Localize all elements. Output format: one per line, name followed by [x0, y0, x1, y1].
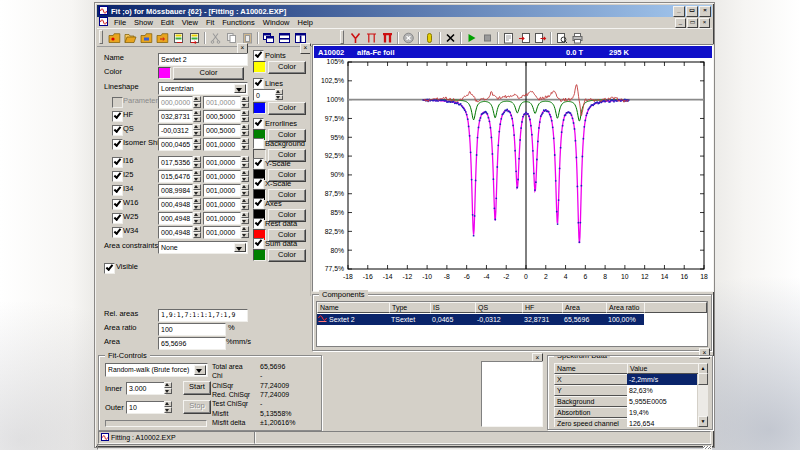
- aux-list-panel[interactable]: [481, 361, 543, 427]
- parameter-value-input[interactable]: 000,0000: [158, 96, 193, 109]
- w34-checkbox[interactable]: [112, 227, 123, 238]
- document-icon[interactable]: [99, 17, 108, 28]
- inner-input[interactable]: 3.000: [126, 382, 166, 395]
- child-restore-button[interactable]: ▭: [687, 18, 698, 28]
- chevron-down-icon[interactable]: [234, 84, 246, 93]
- hf-value-input[interactable]: 032,8731: [158, 110, 193, 123]
- lines-checkbox[interactable]: [253, 78, 264, 89]
- restore-button[interactable]: ▭: [686, 6, 698, 17]
- area-input[interactable]: 65,5696: [158, 337, 226, 350]
- table-row[interactable]: Sextet 2 TSextet 0,0465 -0,0312 32,8731 …: [317, 314, 644, 325]
- toolbar-grip[interactable]: [99, 30, 103, 44]
- spinner[interactable]: [241, 198, 249, 210]
- spectrum-plot[interactable]: 105%102,5%100%97,5%95%92,5%90%87,5%85%82…: [314, 58, 712, 289]
- export-table-icon[interactable]: [186, 32, 202, 47]
- stop-button[interactable]: Stop: [183, 400, 211, 414]
- spektrum-row[interactable]: X-2,2mm/s: [554, 374, 697, 385]
- spinner[interactable]: [193, 96, 201, 108]
- spinner[interactable]: [164, 401, 172, 413]
- w25-value-input[interactable]: 000,4948: [158, 212, 193, 225]
- spinner[interactable]: [193, 170, 201, 182]
- rest-data-checkbox[interactable]: [253, 218, 264, 229]
- column-header-area[interactable]: Area: [562, 302, 610, 313]
- spinner[interactable]: [164, 382, 172, 394]
- rel-areas-input[interactable]: 1,9:1,7:1:1:1,7:1,9: [158, 309, 248, 322]
- isomer-shift-checkbox[interactable]: [112, 139, 123, 150]
- i16-checkbox[interactable]: [112, 157, 123, 168]
- spinner[interactable]: [241, 110, 249, 122]
- toolbar-grip[interactable]: [340, 30, 344, 44]
- i34-value-input[interactable]: 008,9984: [158, 184, 193, 197]
- qs-checkbox[interactable]: [112, 125, 123, 136]
- i25-error-input[interactable]: 001,0000: [203, 170, 241, 183]
- area-constraints-select[interactable]: None: [158, 241, 248, 254]
- save-folder-icon[interactable]: [138, 32, 154, 47]
- scrollbar-thumb[interactable]: [698, 373, 708, 385]
- menu-help[interactable]: Help: [293, 17, 316, 28]
- column-header-qs[interactable]: QS: [475, 302, 526, 313]
- menu-edit[interactable]: Edit: [157, 17, 178, 28]
- axes-checkbox[interactable]: [253, 198, 264, 209]
- spektrum-column-value[interactable]: Value: [627, 363, 701, 374]
- color-button[interactable]: Color: [268, 61, 306, 74]
- spinner[interactable]: [193, 184, 201, 196]
- spektrum-column-name[interactable]: Name: [554, 363, 631, 374]
- spinner[interactable]: [193, 138, 201, 150]
- spinner[interactable]: [241, 138, 249, 150]
- folder-export-icon[interactable]: [154, 32, 170, 47]
- scrollbar[interactable]: ▲ ▼: [698, 363, 708, 427]
- spinner[interactable]: [193, 124, 201, 136]
- menu-file[interactable]: File: [110, 17, 130, 28]
- w16-value-input[interactable]: 000,4948: [158, 198, 193, 211]
- w34-error-input[interactable]: 001,0000: [203, 226, 241, 239]
- column-header-type[interactable]: Type: [389, 302, 434, 313]
- color-button[interactable]: Color: [173, 67, 244, 80]
- w16-error-input[interactable]: 001,0000: [203, 198, 241, 211]
- chevron-down-icon[interactable]: [194, 365, 206, 375]
- chevron-down-icon[interactable]: [234, 243, 246, 252]
- visible-checkbox[interactable]: [104, 263, 115, 274]
- color-button[interactable]: Color: [268, 249, 306, 262]
- qs-value-input[interactable]: -00,0312: [158, 124, 193, 137]
- spinner[interactable]: [241, 184, 249, 196]
- parameter-error-input[interactable]: 001,0000: [203, 96, 241, 109]
- spektrum-row[interactable]: Background5,955E0005: [554, 396, 697, 407]
- spinner[interactable]: [241, 226, 249, 238]
- tile-horizontal-icon[interactable]: [276, 32, 292, 47]
- spektrum-row[interactable]: Absorbtion19,4%: [554, 407, 697, 418]
- spinner[interactable]: [193, 212, 201, 224]
- spektrum-row[interactable]: Y82,63%: [554, 385, 697, 396]
- i16-value-input[interactable]: 017,5356: [158, 156, 193, 169]
- w34-value-input[interactable]: 000,4948: [158, 226, 193, 239]
- i34-error-input[interactable]: 001,0000: [203, 184, 241, 197]
- spinner[interactable]: [241, 124, 249, 136]
- import-table-icon[interactable]: [170, 32, 186, 47]
- i16-error-input[interactable]: 001,0000: [203, 156, 241, 169]
- column-header-hf[interactable]: HF: [522, 302, 566, 313]
- isomer-shift-value-input[interactable]: 000,0465: [158, 138, 193, 151]
- name-input[interactable]: Sextet 2: [158, 53, 248, 66]
- cut-icon[interactable]: [207, 32, 223, 47]
- parameter-checkbox[interactable]: [112, 97, 123, 108]
- hf-error-input[interactable]: 000,5000: [203, 110, 241, 123]
- spinner[interactable]: [193, 110, 201, 122]
- menu-functions[interactable]: Functions: [218, 17, 259, 28]
- title-bar[interactable]: Fit ;o) for Mössbauer {62} - [Fitting : …: [97, 5, 712, 17]
- fit-method-select[interactable]: Random-walk (Brute force): [105, 363, 208, 377]
- i25-checkbox[interactable]: [112, 171, 123, 182]
- y-scale-checkbox[interactable]: [253, 158, 264, 169]
- open-spectrum-icon[interactable]: [106, 32, 122, 47]
- spinner[interactable]: [241, 170, 249, 182]
- open-folder-icon[interactable]: [122, 32, 138, 47]
- x-scale-checkbox[interactable]: [253, 178, 264, 189]
- lines-width-input[interactable]: 0: [253, 89, 277, 101]
- hf-checkbox[interactable]: [112, 111, 123, 122]
- qs-error-input[interactable]: 000,5000: [203, 124, 241, 137]
- spinner[interactable]: [193, 198, 201, 210]
- isomer-shift-error-input[interactable]: 001,0000: [203, 138, 241, 151]
- outer-input[interactable]: 10: [126, 401, 166, 414]
- spinner[interactable]: [275, 89, 283, 100]
- menu-view[interactable]: View: [178, 17, 202, 28]
- points-checkbox[interactable]: [253, 50, 264, 61]
- child-minimize-button[interactable]: _: [675, 18, 686, 28]
